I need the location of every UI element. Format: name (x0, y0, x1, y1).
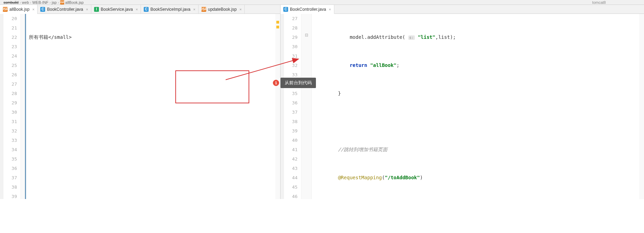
breadcrumb: ssmbuild › web › WEB-INF › jsp › JSPallB… (0, 0, 644, 5)
jsp-icon: JSP (201, 7, 206, 12)
left-tab-bar: JSP allBook.jsp × C BookController.java … (0, 5, 280, 14)
close-icon[interactable]: × (86, 7, 88, 11)
java-interface-icon: I (94, 7, 99, 12)
annotation-strip (0, 14, 3, 199)
java-class-icon: C (40, 7, 45, 12)
right-marker-bar[interactable] (639, 14, 644, 199)
annotation-label: 从前台到代码 (281, 78, 316, 88)
annotation-badge: 1 (273, 80, 279, 86)
close-icon[interactable]: × (240, 7, 242, 11)
left-editor[interactable]: 2021222324252627282930313233343536373839… (0, 14, 280, 199)
java-class-icon: C (144, 7, 149, 12)
right-gutter: 2728293031323334353637383940414243444546… (284, 14, 301, 199)
tab-bookcontroller[interactable]: C BookController.java × (37, 5, 91, 14)
jsp-icon: JSP (3, 7, 8, 12)
close-icon[interactable]: × (136, 7, 138, 11)
fold-strip (21, 14, 25, 199)
tab-bookserviceimpl[interactable]: C BookServiceImpl.java × (141, 5, 199, 14)
left-editor-pane: JSP allBook.jsp × C BookController.java … (0, 5, 281, 199)
left-marker-bar[interactable] (275, 14, 280, 199)
right-code-area[interactable]: model.addAttribute( s: "list",list); ret… (312, 14, 639, 199)
right-tab-bar: C BookController.java × (281, 5, 644, 14)
close-icon[interactable]: × (329, 7, 331, 11)
tab-updatebook-jsp[interactable]: JSP updateBook.jsp × (199, 5, 245, 14)
close-icon[interactable]: × (32, 7, 34, 11)
annotation-box (175, 70, 249, 103)
close-icon[interactable]: × (193, 7, 195, 11)
left-code-area[interactable]: 所有书籍</small> "> ry" href="${pageContext.… (25, 14, 275, 199)
right-editor[interactable]: 2728293031323334353637383940414243444546… (281, 14, 644, 199)
tab-allbook-jsp[interactable]: JSP allBook.jsp × (0, 5, 37, 14)
left-gutter: 2021222324252627282930313233343536373839 (3, 14, 21, 199)
tab-bookcontroller-right[interactable]: C BookController.java × (281, 5, 334, 14)
jsp-icon: JSP (60, 0, 64, 5)
fold-strip: ⊟ (301, 14, 312, 199)
tab-bookservice[interactable]: I BookService.java × (91, 5, 141, 14)
right-editor-pane: C BookController.java × 2728293031323334… (281, 5, 644, 199)
annotation-strip (281, 14, 284, 199)
run-config-label[interactable]: tomcat8 (592, 0, 606, 5)
java-class-icon: C (283, 7, 288, 12)
